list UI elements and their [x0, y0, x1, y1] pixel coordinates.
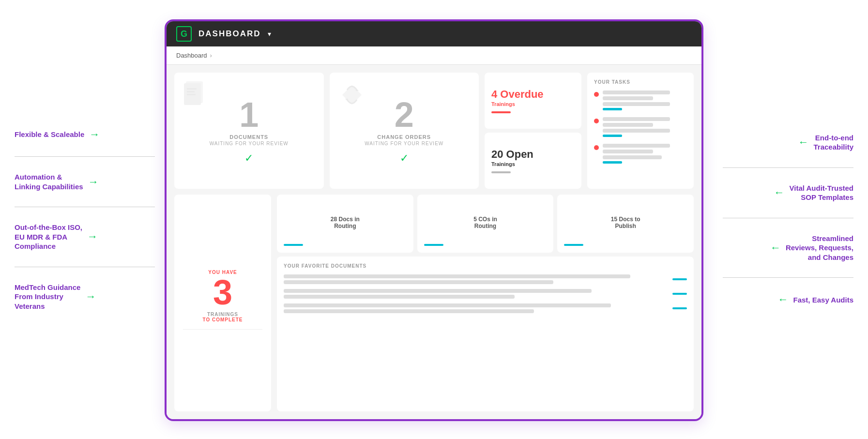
routing-area: 28 Docs in Routing 5 COs in Routing	[277, 195, 694, 411]
trainings-number: 3	[213, 275, 232, 310]
task-line	[603, 91, 670, 94]
open-bar	[491, 171, 511, 173]
documents-review-card[interactable]: 1 DOCUMENTS WAITING FOR YOUR REVIEW ✓	[174, 73, 324, 189]
annotation-end-to-end: End-to-end Traceability ←	[723, 133, 853, 152]
fav-doc-item-1[interactable]	[284, 274, 687, 284]
fav-doc-lines-3	[284, 303, 669, 313]
favorite-docs-card: YOUR FAVORITE DOCUMENTS	[277, 257, 694, 411]
open-label: Trainings	[491, 161, 515, 167]
fav-doc-line	[284, 303, 611, 307]
change-orders-review-card[interactable]: 2 CHANGE ORDERS WAITING FOR YOUR REVIEW …	[330, 73, 479, 189]
routing-top: 28 Docs in Routing 5 COs in Routing	[277, 195, 694, 253]
divider-r3	[723, 277, 853, 278]
tasks-title: YOUR TASKS	[594, 79, 687, 85]
docs-routing-label: 28 Docs in Routing	[284, 216, 407, 229]
task-dot-3	[594, 145, 599, 150]
annotation-fast-easy: Fast, Easy Audits ←	[723, 293, 853, 306]
task-item-2[interactable]	[594, 117, 687, 137]
navbar-title: DASHBOARD	[198, 29, 261, 39]
arrow-right-icon-2: →	[88, 176, 99, 188]
task-item-3[interactable]	[594, 144, 687, 164]
svg-rect-4	[187, 94, 196, 95]
breadcrumb-text[interactable]: Dashboard	[176, 52, 207, 59]
publish-routing-card[interactable]: 15 Docs to Publish	[557, 195, 694, 253]
annotation-automation: Automation & Linking Capabilities →	[15, 172, 155, 191]
arrow-right-icon: →	[89, 128, 100, 141]
fav-doc-line	[284, 295, 515, 299]
fav-docs-title: YOUR FAVORITE DOCUMENTS	[284, 263, 687, 269]
cos-routing-card[interactable]: 5 COs in Routing	[417, 195, 554, 253]
task-lines-3	[603, 144, 687, 164]
trainings-label: TRAININGS	[207, 312, 238, 317]
fav-accent-2	[672, 293, 687, 295]
documents-label: DOCUMENTS	[229, 134, 268, 140]
change-order-icon	[337, 80, 366, 116]
annotation-medtech: MedTech Guidance From Industry Veterans …	[15, 283, 155, 311]
task-line	[603, 102, 670, 106]
left-annotations: Flexible & Scaleable → Automation & Link…	[0, 0, 165, 439]
fav-doc-line	[284, 274, 630, 278]
arrow-right-icon-3: →	[87, 230, 98, 243]
overdue-label: Trainings	[491, 101, 515, 107]
change-orders-sublabel: WAITING FOR YOUR REVIEW	[365, 141, 443, 146]
task-accent	[603, 161, 622, 164]
task-item-1[interactable]	[594, 91, 687, 110]
fav-doc-line	[284, 289, 592, 293]
documents-count: 1	[239, 97, 259, 132]
divider-r2	[723, 218, 853, 218]
training-column: 4 Overdue Trainings 20 Open Trainings	[485, 73, 581, 189]
outer-wrapper: Flexible & Scaleable → Automation & Link…	[0, 0, 868, 439]
right-annotations: End-to-end Traceability ← Vital Audit-Tr…	[718, 0, 868, 439]
browser-window: G DASHBOARD ▾ Dashboard ›	[165, 19, 703, 421]
arrow-right-icon-4: →	[85, 290, 96, 303]
top-row: 1 DOCUMENTS WAITING FOR YOUR REVIEW ✓	[174, 73, 694, 189]
to-complete-label: TO COMPLETE	[202, 317, 243, 322]
annotation-vital-audit: Vital Audit-Trusted SOP Templates ←	[723, 183, 853, 202]
breadcrumb-chevron-icon: ›	[210, 52, 212, 59]
card-divider	[183, 329, 262, 330]
fav-accent-3	[672, 307, 687, 309]
arrow-left-icon-1: ←	[798, 136, 808, 149]
task-line	[603, 155, 662, 159]
bottom-row: YOU HAVE 3 TRAININGS TO COMPLETE 28 Docs…	[174, 195, 694, 411]
open-count: 20 Open	[491, 148, 533, 161]
routing-bar-2	[424, 244, 443, 246]
docs-routing-card[interactable]: 28 Docs in Routing	[277, 195, 413, 253]
overdue-count: 4 Overdue	[491, 88, 544, 101]
fav-doc-lines-2	[284, 289, 669, 299]
fav-doc-lines-1	[284, 274, 669, 284]
change-orders-count: 2	[395, 97, 414, 132]
check-icon-2: ✓	[400, 152, 409, 165]
fav-doc-item-2[interactable]	[284, 289, 687, 299]
chevron-down-icon[interactable]: ▾	[268, 30, 271, 38]
app-logo: G	[176, 26, 192, 42]
routing-bar-3	[564, 244, 583, 246]
fav-doc-line	[284, 280, 553, 284]
task-line	[603, 117, 670, 121]
breadcrumb: Dashboard ›	[167, 46, 701, 65]
divider-3	[15, 267, 155, 267]
document-icon	[182, 80, 211, 116]
fav-doc-item-3[interactable]	[284, 303, 687, 313]
task-line	[603, 96, 653, 100]
task-dot-2	[594, 119, 599, 123]
arrow-left-icon-2: ←	[774, 186, 784, 199]
tasks-panel: YOUR TASKS	[587, 73, 694, 189]
overdue-trainings-card[interactable]: 4 Overdue Trainings	[485, 73, 581, 129]
open-trainings-card[interactable]: 20 Open Trainings	[485, 133, 581, 189]
trainings-card[interactable]: YOU HAVE 3 TRAININGS TO COMPLETE	[174, 195, 271, 411]
task-accent	[603, 108, 622, 110]
annotation-out-of-box: Out-of-the-Box ISO, EU MDR & FDA Complia…	[15, 223, 155, 251]
task-lines-2	[603, 117, 687, 137]
publish-routing-label: 15 Docs to Publish	[564, 216, 687, 229]
navbar: G DASHBOARD ▾	[167, 21, 701, 46]
change-orders-label: CHANGE ORDERS	[377, 134, 431, 140]
task-accent	[603, 135, 622, 137]
task-dot-1	[594, 92, 599, 97]
task-line	[603, 150, 653, 153]
task-line	[603, 144, 670, 148]
divider-r1	[723, 167, 853, 168]
routing-bar-1	[284, 244, 303, 246]
cos-routing-label: 5 COs in Routing	[424, 216, 547, 229]
documents-sublabel: WAITING FOR YOUR REVIEW	[210, 141, 289, 146]
